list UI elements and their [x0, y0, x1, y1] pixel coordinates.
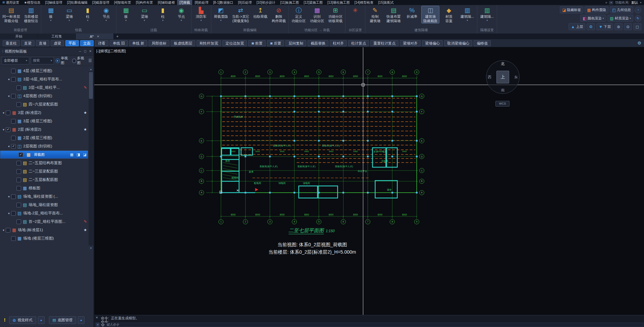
drawing-canvas[interactable]: 112233445566778899AABBCCDDEEFFGG80008000…	[94, 47, 644, 315]
tree-item-11[interactable]: ▤二~五层结构布置图	[0, 159, 88, 167]
menu-item-10[interactable]: [8-1]数据接口	[211, 0, 236, 5]
tree-checkbox[interactable]	[11, 236, 16, 241]
base-map-button[interactable]: ▤ 底图管理	[49, 316, 76, 324]
layout-value[interactable]: 默认	[631, 0, 638, 5]
menu-item-9[interactable]: [8]前处理	[192, 0, 211, 5]
tree-item-18[interactable]: ▤首~2层_暗柱平面图...✎	[0, 217, 88, 226]
tree-checkbox[interactable]	[11, 211, 16, 216]
arch-wall-more-button[interactable]: ▥建筑隔...▾	[458, 6, 476, 22]
rigid-bar-widen-button[interactable]: 刚性杆加宽	[197, 40, 221, 46]
copy-load-button[interactable]: ⇄当前->其它(荷载复制)	[230, 6, 251, 23]
back-button[interactable]: ▣后置	[267, 40, 284, 46]
command-close-button[interactable]: ✕	[96, 316, 98, 319]
tree-checkbox[interactable]	[11, 136, 16, 140]
color-render-button[interactable]: ◧颜色渲染▾	[580, 15, 606, 22]
tree-item-16[interactable]: ▤场地_墙柱提资图	[0, 201, 88, 209]
command-panel[interactable]: ✕ 命令: 正在重生成模型。 命令: ▾ 键入命令	[94, 315, 644, 327]
menu-item-16[interactable]: [14]模型检查	[352, 0, 376, 5]
offset-value-button[interactable]: 偏移值	[474, 40, 491, 46]
tree-item-6[interactable]: ▦3层 (楼层三维图)	[0, 117, 88, 125]
front-button[interactable]: ▣前置	[248, 40, 266, 46]
tree-item-2[interactable]: ▤3层~6层_暗柱平...✎	[0, 83, 88, 92]
scroll-down-icon[interactable]: ▼	[89, 246, 93, 250]
single-line-new-button[interactable]: 单线 新	[129, 40, 147, 46]
tab-2[interactable]: A*✕	[76, 34, 113, 39]
tree-item-8[interactable]: ▦2层 (楼层三维图)	[0, 134, 88, 142]
member-visibility-button[interactable]: ▩构件显隐	[585, 6, 608, 13]
menu-item-12[interactable]: [10]初步设计	[254, 0, 278, 5]
reset-column-calc-point-button[interactable]: 重置柱计算点	[370, 40, 398, 46]
tree-item-1[interactable]: ▾▤3层~6层_暗柱平面布...	[0, 75, 88, 83]
same-standard-layer-load-group-button[interactable]: ▤同一标准层荷载分组	[1, 6, 22, 23]
dead-slab-button[interactable]: ▦板▾	[42, 6, 60, 22]
tree-item-action-icon[interactable]: ◪	[83, 152, 87, 157]
base-map-expand-button[interactable]: ▲	[78, 316, 85, 324]
view-compass[interactable]: 北 南 西 东 上	[486, 60, 520, 94]
tree-item-15[interactable]: ▾▤场地_墙柱提资图 (...	[0, 192, 88, 201]
zone-to-slab-load-button[interactable]: ⊞功能分区转板荷载	[326, 6, 344, 23]
tree-item-13[interactable]: ▤二~五层板配筋图	[0, 176, 88, 184]
panel-close-button[interactable]: ✕	[89, 50, 92, 53]
panel-minimize-button[interactable]: ─	[79, 50, 81, 53]
pick-load-button[interactable]: ↥抬取荷载	[251, 6, 269, 19]
tree-checkbox[interactable]	[16, 178, 21, 182]
menu-item-11[interactable]: [9]后处理	[236, 0, 254, 5]
favorite-star-icon[interactable]: ★	[84, 228, 87, 232]
drag-grip-icon[interactable]: ⁞⁞	[2, 50, 3, 53]
tree-item-0[interactable]: ▦4层 (楼层三维图)	[0, 67, 88, 75]
gear-icon[interactable]: ⚙	[637, 41, 641, 46]
menu-item-5[interactable]: [4]智能布置	[112, 0, 133, 5]
tree-checkbox[interactable]	[16, 169, 21, 174]
menu-item-1[interactable]: ★模型信息	[22, 0, 43, 5]
menu-item-6[interactable]: [5]构件布置	[133, 0, 155, 5]
detail-view-button[interactable]: 详看	[95, 40, 108, 46]
tree-checkbox[interactable]	[16, 85, 21, 90]
beam-wall-align-button[interactable]: 梁墙对齐	[400, 40, 421, 46]
live-slab-button[interactable]: ▦板▾	[117, 6, 135, 22]
tree-expander-icon[interactable]: ▾	[7, 145, 11, 148]
tree-item-12[interactable]: ▤二~三层梁配筋图	[0, 167, 88, 176]
live-column-button[interactable]: ▮柱▾	[154, 6, 172, 22]
tree-checkbox[interactable]	[16, 161, 21, 166]
tree-item-14[interactable]: ▦模板图	[0, 184, 88, 192]
column-calc-point-button[interactable]: 柱计算点	[348, 40, 369, 46]
tree-checkbox[interactable]	[11, 119, 16, 124]
elevation-view-button[interactable]: 立面	[80, 40, 94, 46]
tree-checkbox[interactable]	[6, 228, 10, 233]
zone-settings-button[interactable]: ✳	[346, 6, 364, 15]
viewport-controls[interactable]: [-][俯视][二维线图]	[96, 49, 126, 54]
plan-view-button[interactable]: 平面	[65, 40, 79, 46]
menu-item-4[interactable]: [3]截面管理	[90, 0, 112, 5]
scroll-thumb[interactable]	[89, 72, 93, 99]
tree-expander-icon[interactable]: ▾	[1, 228, 6, 232]
zoom-extents-button[interactable]: ◻	[633, 23, 641, 30]
dead-node-button[interactable]: ◉节点▾	[97, 6, 115, 22]
search-dropdown[interactable]: 搜索 ▾	[31, 57, 54, 64]
tree-item-action-icon[interactable]: ▦	[70, 152, 73, 157]
new-tab-button[interactable]: +	[114, 34, 121, 39]
compass-north[interactable]: 北	[501, 61, 505, 66]
straight-wall-button[interactable]: 直墙	[36, 40, 49, 46]
tab-close-icon[interactable]: ✕	[97, 35, 100, 38]
draw-arch-wall-button[interactable]: ✎绘制建筑墙	[366, 6, 384, 23]
menu-item-7[interactable]: [6]辅助建模	[155, 0, 177, 5]
favorite-star-icon[interactable]: ★	[84, 127, 87, 132]
multi-view-radio[interactable]: 多视图	[72, 56, 87, 65]
beam-wall-offset-button[interactable]: 梁墙偏心	[422, 40, 443, 46]
lower-layer-button[interactable]: ▼下层	[596, 23, 613, 30]
hide-arch-wall-section-button[interactable]: ◫建筑墙隐藏截面	[421, 6, 439, 23]
command-options-button[interactable]: ▾	[96, 323, 99, 326]
tree-expander-icon[interactable]: ▾	[7, 212, 11, 215]
compass-top-face[interactable]: 上	[496, 71, 509, 83]
tree-item-9[interactable]: ▾✓◫2层视图 (剖切框)	[0, 142, 88, 150]
upper-layer-button[interactable]: ▲上层	[569, 23, 585, 30]
tree-checkbox[interactable]: ✓	[18, 152, 23, 157]
tree-item-3[interactable]: ▾◫4层视图 (剖切框)	[0, 92, 88, 100]
section-replace-button[interactable]: 截面替换	[308, 40, 328, 46]
scroll-up-icon[interactable]: ▲	[89, 67, 93, 71]
delete-member-load-button[interactable]: ⊘删除构件荷载	[270, 6, 288, 23]
reduction-ratio-button[interactable]: %折减率	[403, 6, 421, 19]
tree-expander-icon[interactable]: ▾	[1, 111, 6, 115]
command-input[interactable]: ▾ 键入命令	[95, 323, 643, 327]
live-beamwall-button[interactable]: ▭梁墙▾	[136, 6, 154, 22]
